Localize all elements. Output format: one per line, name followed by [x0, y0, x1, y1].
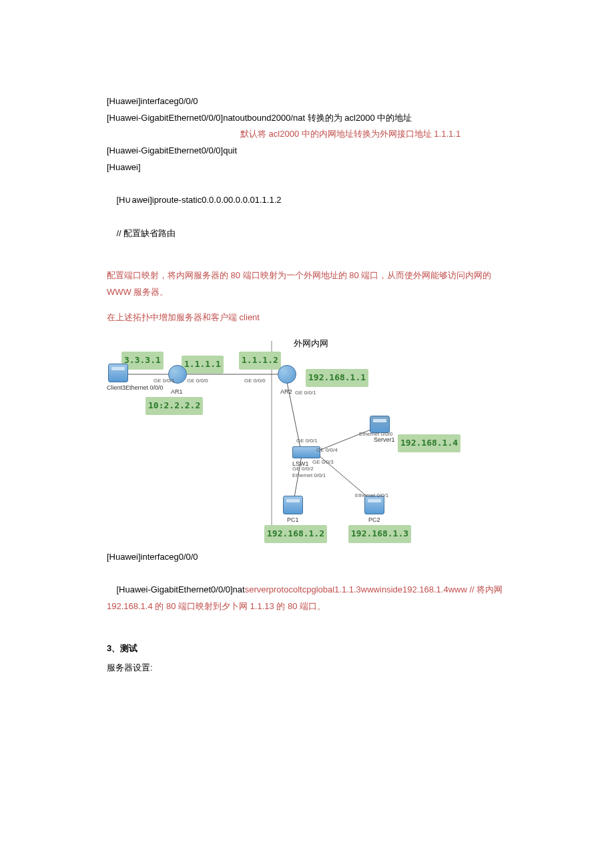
device-label: LSW1 — [292, 458, 309, 470]
cmd-text: [H∪awei]iproute-static0.0.0.00.0.0.01.1.… — [116, 195, 281, 205]
cmd-text: [Huawei-GigabitEthernet0/0/0]nat — [116, 584, 244, 594]
port-label: Ethernet 0/0/1 — [355, 490, 388, 500]
paragraph: 在上述拓扑中增加服务器和客户端 client — [107, 310, 507, 326]
ip-badge: 10:2.2.2.2 — [145, 397, 203, 415]
port-label: GE 0/0/1 — [154, 376, 175, 386]
port-label: GE 0/0/0 — [187, 376, 208, 386]
cmd-line: [Huawei-GigabitEthernet0/0/0]quit — [107, 143, 507, 159]
heading-text: 3、测试 — [107, 643, 137, 653]
device-label: Client3 — [107, 382, 125, 394]
text-line: 服务器设置: — [107, 660, 507, 677]
cmd-text-highlight: serverprotocoltcpglobal1.1.1.3wwwinside1… — [245, 584, 467, 594]
document-page: [Huawei]interfaceg0/0/0 [Huawei-GigabitE… — [0, 0, 614, 743]
port-label: GE 0/0/1 — [296, 436, 318, 446]
section-heading: 3、测试 — [107, 640, 507, 657]
cmd-line: [Huawei-GigabitEthernet0/0/0]natserverpr… — [107, 566, 507, 632]
device-label: Server1 — [374, 434, 395, 446]
device-label: PC2 — [368, 514, 380, 526]
port-label: GE 0/0/1 — [295, 388, 316, 398]
cmd-comment: // 配置缺省路由 — [116, 228, 176, 238]
port-label: GE 0/0/3 — [312, 457, 334, 467]
cmd-line: [Huawei]interfaceg0/0/0 — [107, 549, 507, 566]
ip-badge: 1.1.1.2 — [239, 352, 281, 370]
ip-badge: 192.168.1.4 — [398, 434, 460, 452]
cmd-line: [H∪awei]iproute-static0.0.0.00.0.0.01.1.… — [107, 175, 507, 258]
cmd-line: [Huawei] — [107, 159, 507, 176]
ip-badge: 1.1.1.1 — [182, 356, 224, 374]
device-label: AR2 — [280, 386, 292, 398]
port-label: Ethernet 0/0/1 — [292, 470, 326, 480]
network-topology-diagram: 外网内网 3.3.3.1 1.1.1.1 1.1.1.2 192.168.1.1… — [107, 336, 487, 542]
device-label: AR1 — [171, 386, 183, 398]
paragraph: 配置端口映射，将内网服务器的 80 端口映射为一个外网地址的 80 端口，从而使… — [107, 268, 507, 300]
ip-badge: 192.168.1.1 — [306, 369, 368, 387]
port-label: GE 0/0/4 — [316, 445, 338, 455]
ip-badge: 192.168.1.3 — [348, 525, 411, 543]
device-label: PC1 — [287, 514, 299, 526]
cmd-comment: 默认将 acl2000 中的内网地址转换为外网接口地址 1.1.1.1 — [107, 126, 507, 143]
ip-badge: 192.168.1.2 — [264, 525, 327, 543]
port-label: GE 0/0/0 — [244, 376, 266, 386]
router-icon — [278, 365, 296, 384]
client-icon — [108, 364, 128, 382]
cmd-line: [Huawei]interfaceg0/0/0 — [107, 93, 507, 110]
pc-icon — [283, 496, 303, 514]
cmd-line: [Huawei-GigabitEthernet0/0/0]natoutbound… — [107, 110, 507, 127]
